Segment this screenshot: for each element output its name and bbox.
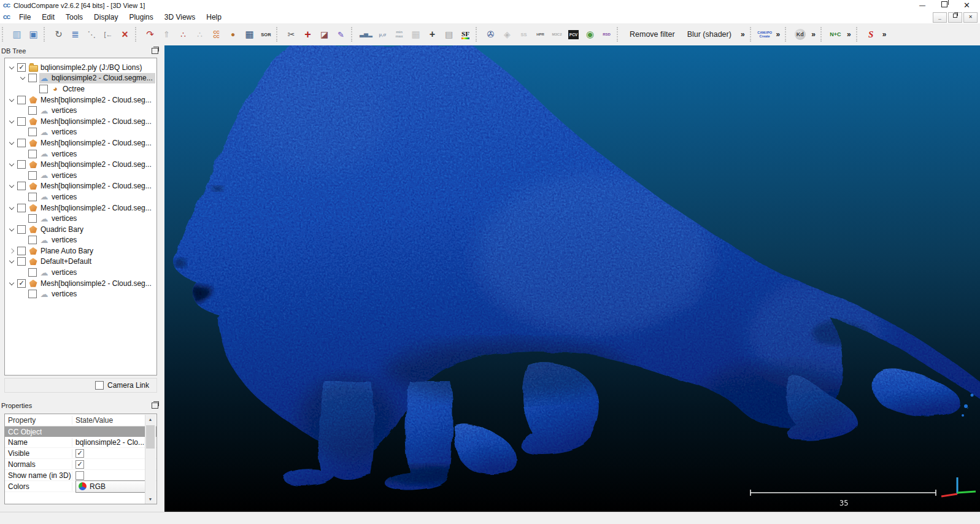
kd-tree-icon[interactable]: Kd (792, 26, 808, 43)
hpr-plugin-icon[interactable]: HPR (532, 26, 549, 43)
tree-row-mesh-bqlionsimple2-cloud-seg[interactable]: Mesh[bqlionsimple2 - Cloud.seg... (5, 278, 156, 289)
scroll-thumb[interactable] (146, 425, 155, 449)
pick-rotation-center-icon[interactable]: ↻ (50, 26, 67, 43)
tree-item-expander[interactable] (7, 117, 16, 126)
tree-row-vertices[interactable]: ☁vertices (5, 170, 156, 181)
mdi-restore-button[interactable] (948, 12, 962, 23)
db-tree-float-icon[interactable] (152, 48, 158, 54)
delete-icon[interactable]: × (117, 26, 133, 43)
tree-row-plane-auto-bary[interactable]: Plane Auto Bary (5, 245, 156, 256)
sor-filter-icon[interactable]: SOR (258, 26, 274, 43)
tree-item-checkbox[interactable] (28, 268, 37, 277)
tree-row-bqlionsimple2-ply-j-bq-lions[interactable]: bqlionsimple2.ply (J:/BQ Lions) (5, 62, 156, 73)
kd-chevron[interactable]: » (808, 30, 819, 39)
tree-item-checkbox[interactable] (28, 106, 37, 115)
statistical-test-icon[interactable]: ▦ (241, 26, 258, 43)
tree-item-expander[interactable] (7, 225, 16, 234)
tree-item-checkbox[interactable] (28, 150, 37, 158)
tree-item-checkbox[interactable] (28, 214, 37, 223)
scroll-up-icon[interactable]: ▲ (145, 415, 155, 425)
sf-arithmetic-icon[interactable]: ▤ (441, 26, 457, 43)
s-curve-plugin-icon[interactable]: S (863, 26, 879, 43)
histogram-icon[interactable]: ▃▅▂ (358, 26, 374, 43)
tree-item-expander[interactable] (7, 63, 16, 72)
menu-item-plugins[interactable]: Plugins (123, 11, 158, 23)
m3c2-plugin-icon[interactable]: M3C2 (549, 26, 565, 43)
scroll-down-icon[interactable]: ▼ (145, 495, 155, 504)
canupo-chevron[interactable]: » (773, 30, 784, 39)
property-checkbox[interactable] (75, 471, 84, 480)
tree-row-mesh-bqlionsimple2-cloud-seg[interactable]: Mesh[bqlionsimple2 - Cloud.seg... (5, 202, 156, 214)
tree-item-expander[interactable] (7, 257, 16, 266)
tree-row-octree[interactable]: ◕Octree (5, 83, 156, 94)
camera-link-checkbox[interactable] (95, 381, 104, 390)
tree-row-vertices[interactable]: ☁vertices (5, 213, 156, 224)
menu-item-3d-views[interactable]: 3D Views (159, 11, 201, 23)
open-icon[interactable]: ▥ (9, 26, 25, 43)
tree-row-vertices[interactable]: ☁vertices (5, 288, 156, 299)
tree-item-expander[interactable] (7, 139, 16, 147)
tree-item-checkbox[interactable] (28, 290, 37, 298)
delete-sf-icon[interactable]: ▦ (407, 26, 424, 43)
property-checkbox[interactable] (75, 449, 84, 458)
menu-item-file[interactable]: File (14, 11, 36, 23)
tree-item-expander[interactable] (7, 247, 16, 255)
npc-chevron[interactable]: » (844, 30, 854, 39)
close-button[interactable]: ✕ (963, 0, 970, 11)
tree-item-checkbox[interactable] (17, 204, 26, 212)
menu-item-tools[interactable]: Tools (60, 11, 88, 23)
properties-float-icon[interactable] (152, 403, 158, 409)
tree-row-vertices[interactable]: ☁vertices (5, 235, 156, 246)
tree-item-checkbox[interactable] (28, 236, 37, 244)
menu-item-edit[interactable]: Edit (36, 11, 60, 23)
tree-item-checkbox[interactable] (28, 128, 37, 136)
tree-row-vertices[interactable]: ☁vertices (5, 148, 156, 160)
apply-transformation-icon[interactable]: [← (100, 26, 117, 43)
tree-row-vertices[interactable]: ☁vertices (5, 127, 156, 138)
rsd-plugin-icon[interactable]: RSD (598, 26, 615, 43)
tree-item-checkbox[interactable] (28, 74, 37, 82)
subsample-icon[interactable]: ∴ (175, 26, 191, 43)
tree-item-checkbox[interactable] (17, 279, 26, 288)
save-icon[interactable]: ▣ (25, 26, 42, 43)
tree-row-vertices[interactable]: ☁vertices (5, 105, 156, 116)
canupo-create-icon[interactable]: CANUPO Create (757, 26, 773, 43)
sf-color-scale-icon[interactable]: SF (457, 26, 474, 43)
tree-item-checkbox[interactable] (17, 96, 26, 104)
tree-item-expander[interactable] (7, 204, 16, 212)
tree-item-checkbox[interactable] (28, 193, 37, 201)
tree-row-quadric-bary[interactable]: Quadric Bary (5, 224, 156, 235)
mdi-minimize-button[interactable]: _ (933, 12, 947, 23)
translate-rotate-icon[interactable]: + (299, 26, 316, 43)
property-checkbox[interactable] (75, 460, 84, 469)
mdi-close-button[interactable]: ✕ (963, 12, 978, 23)
properties-scrollbar[interactable]: ▲ ▼ (145, 415, 156, 504)
tree-item-expander[interactable] (7, 96, 16, 104)
tree-item-expander[interactable] (7, 160, 16, 169)
tree-item-expander[interactable] (7, 279, 16, 288)
gauss-filter-icon[interactable]: μ,σ (374, 26, 391, 43)
tree-row-mesh-bqlionsimple2-cloud-seg[interactable]: Mesh[bqlionsimple2 - Cloud.seg... (5, 181, 156, 192)
tree-row-mesh-bqlionsimple2-cloud-seg[interactable]: Mesh[bqlionsimple2 - Cloud.seg... (5, 116, 156, 127)
resample-icon[interactable]: ∴ (191, 26, 208, 43)
clone-icon[interactable]: ↷ (142, 26, 158, 43)
tree-row-mesh-bqlionsimple2-cloud-seg[interactable]: Mesh[bqlionsimple2 - Cloud.seg... (5, 137, 156, 148)
menu-item-help[interactable]: Help (201, 11, 227, 23)
add-sf-icon[interactable]: + (424, 26, 441, 43)
tree-item-checkbox[interactable] (17, 139, 26, 147)
animation-icon[interactable]: ✇ (482, 26, 499, 43)
viewport-3d[interactable]: 35 (164, 45, 980, 512)
colors-dropdown[interactable]: RGB▼ (75, 480, 154, 493)
blur-shader-button[interactable]: Blur (shader) (681, 26, 738, 42)
tree-row-bqlionsimple2-cloud-segme[interactable]: ☁bqlionsimple2 - Cloud.segme... (5, 73, 156, 84)
tree-item-checkbox[interactable] (17, 247, 26, 255)
merge-icon[interactable]: ⇑ (158, 26, 175, 43)
tree-item-checkbox[interactable] (17, 63, 26, 72)
tree-item-checkbox[interactable] (17, 257, 26, 266)
shield-plugin-icon[interactable]: ◈ (499, 26, 515, 43)
tree-row-vertices[interactable]: ☁vertices (5, 267, 156, 278)
tree-row-vertices[interactable]: ☁vertices (5, 191, 156, 202)
tree-item-expander[interactable] (7, 182, 16, 190)
scurve-chevron[interactable]: » (879, 30, 890, 39)
cloud-mesh-distance-icon[interactable]: ● (225, 26, 241, 43)
